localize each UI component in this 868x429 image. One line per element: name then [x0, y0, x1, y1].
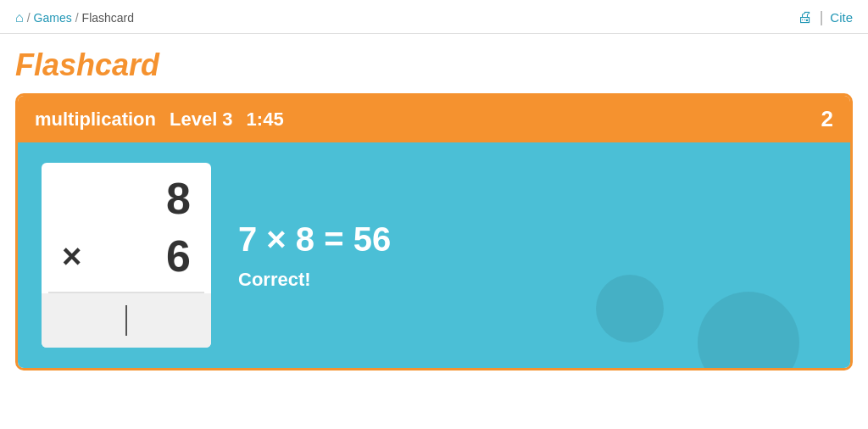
game-header: multiplication Level 3 1:45 2	[18, 96, 850, 142]
flashcard-op-row: × 6	[62, 231, 191, 281]
equation-text: 7 × 8 = 56	[238, 220, 391, 259]
breadcrumb-sep2: /	[75, 11, 79, 25]
home-icon[interactable]: ⌂	[15, 10, 24, 25]
game-timer: 1:45	[247, 109, 284, 131]
flashcard-numbers: 8 × 6	[42, 163, 211, 292]
game-level: Level 3	[170, 109, 233, 131]
top-bar: ⌂ / Games / Flashcard 🖨 | Cite	[0, 0, 868, 34]
game-container: multiplication Level 3 1:45 2 8 × 6 7 × …	[15, 93, 853, 370]
flashcard-num1: 8	[62, 173, 191, 224]
flashcard-operator: ×	[62, 237, 81, 276]
flashcard: 8 × 6	[42, 163, 211, 348]
top-actions: 🖨 | Cite	[798, 8, 853, 26]
result-area: 7 × 8 = 56 Correct!	[238, 220, 391, 291]
flashcard-num2: 6	[166, 231, 191, 281]
flashcard-answer[interactable]	[42, 293, 211, 348]
cite-link[interactable]: Cite	[830, 10, 853, 25]
breadcrumb-games-link[interactable]: Games	[34, 11, 72, 25]
print-icon[interactable]: 🖨	[798, 8, 813, 26]
correct-text: Correct!	[238, 269, 391, 291]
breadcrumb-sep1: /	[27, 11, 31, 25]
game-score: 2	[821, 106, 833, 132]
breadcrumb-current: Flashcard	[82, 11, 134, 25]
flashcard-cursor	[125, 305, 127, 336]
game-category: multiplication	[35, 109, 156, 131]
breadcrumb: ⌂ / Games / Flashcard	[15, 10, 134, 25]
page-title: Flashcard	[0, 34, 868, 93]
game-body: 8 × 6 7 × 8 = 56 Correct!	[18, 142, 850, 368]
game-header-left: multiplication Level 3 1:45	[35, 109, 284, 131]
actions-divider: |	[820, 8, 824, 26]
